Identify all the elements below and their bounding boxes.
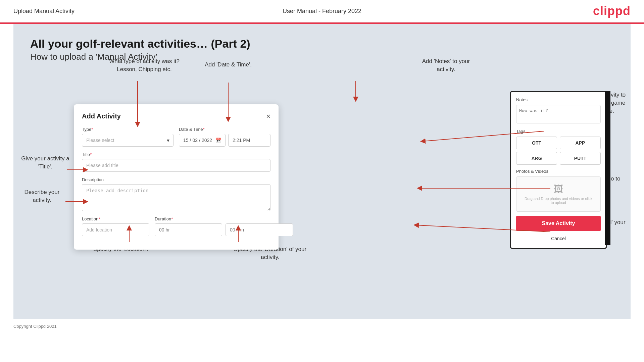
notes-label: Notes [516,97,601,102]
duration-inputs [155,223,293,236]
tag-ott[interactable]: OTT [516,137,557,149]
top-bar: Upload Manual Activity User Manual - Feb… [0,0,644,22]
page-title: All your golf-relevant activities… (Part… [30,37,614,50]
tag-arg[interactable]: ARG [516,152,557,165]
date-input[interactable]: 15 / 02 / 2022 📅 [179,134,226,147]
location-group: Location* [82,216,149,236]
duration-min-input[interactable] [226,223,293,236]
description-group: Description [82,177,270,211]
footer: Copyright Clippd 2021 [0,319,644,333]
clippd-logo: clippd [593,4,631,18]
photo-icon: 🖼 [523,184,594,195]
duration-label: Duration* [155,216,293,221]
photos-label: Photos & Videos [516,169,601,174]
add-activity-dialog: Add Activity × Type* Please select ▾ Dat… [74,104,279,250]
description-input[interactable] [82,184,270,211]
annotation-describe: Describe your activity. [18,188,65,204]
calendar-icon[interactable]: 📅 [215,138,221,143]
dialog-header: Add Activity × [82,112,270,120]
phone-side-bar [605,91,610,245]
date-month: 02 [192,138,198,143]
type-select-wrapper[interactable]: Please select ▾ [82,134,174,147]
title-group: Title* [82,152,270,172]
title-label: Title* [82,152,270,157]
copyright-text: Copyright Clippd 2021 [13,324,57,329]
time-input[interactable] [228,134,270,147]
header-left-label: Upload Manual Activity [13,8,75,15]
tags-label: Tags [516,129,601,134]
photos-upload-area[interactable]: 🖼 Drag and Drop photos and videos or cli… [516,176,601,212]
type-label: Type* [82,127,174,132]
datetime-label: Date & Time* [179,127,270,132]
cancel-link[interactable]: Cancel [516,235,601,243]
title-input[interactable] [82,159,270,172]
location-duration-row: Location* Duration* [82,216,270,236]
header-center-label: User Manual - February 2022 [283,8,361,15]
type-select[interactable]: Please select [82,134,174,147]
annotation-title: Give your activity a 'Title'. [18,155,72,171]
tags-grid: OTT APP ARG PUTT [516,137,601,165]
location-input[interactable] [82,223,149,236]
description-label: Description [82,177,270,182]
annotation-notes: Add 'Notes' to your activity. [412,57,480,73]
description-row: Description [82,177,270,211]
photos-instructions: Drag and Drop photos and videos or click… [523,197,594,205]
duration-hr-input[interactable] [155,223,222,236]
location-label: Location* [82,216,149,221]
datetime-group: Date & Time* 15 / 02 / 2022 📅 [179,127,270,147]
phone-content: Notes Tags OTT APP ARG PUTT Photos & Vid… [511,92,606,248]
tag-app[interactable]: APP [560,137,601,149]
type-group: Type* Please select ▾ [82,127,174,147]
dialog-close-button[interactable]: × [266,113,270,120]
title-row: Title* [82,152,270,172]
dialog-title: Add Activity [82,112,121,120]
annotation-activity-type: What type of activity was it? Lesson, Ch… [101,57,188,73]
save-activity-button[interactable]: Save Activity [516,216,601,231]
tag-putt[interactable]: PUTT [560,152,601,165]
phone-panel: Notes Tags OTT APP ARG PUTT Photos & Vid… [510,91,607,249]
notes-textarea[interactable] [516,105,601,123]
annotation-date-time: Add 'Date & Time'. [191,61,265,69]
duration-group: Duration* [155,216,293,236]
main-content: All your golf-relevant activities… (Part… [13,24,631,319]
date-year: 2022 [202,138,212,143]
type-datetime-row: Type* Please select ▾ Date & Time* 15 / [82,127,270,147]
date-day: 15 [183,138,189,143]
